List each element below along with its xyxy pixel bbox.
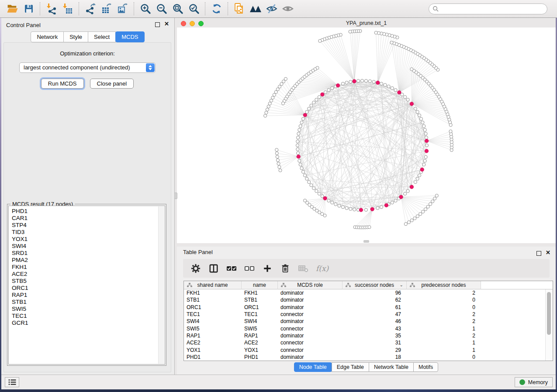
column-header-predecessor-nodes[interactable]: predecessor nodes: [407, 281, 481, 289]
mcds-result-item[interactable]: CAR1: [9, 215, 165, 222]
select-all-icon[interactable]: [226, 263, 237, 274]
table-panel: Table Panel ✕ f(x): [177, 247, 556, 375]
export-table-icon[interactable]: [98, 1, 114, 16]
zoom-in-icon[interactable]: [137, 1, 153, 16]
mcds-result-item[interactable]: ACE2: [9, 271, 165, 278]
table-row[interactable]: ORC1ORC1dominator610: [184, 304, 546, 311]
close-table-panel-icon[interactable]: ✕: [546, 249, 550, 256]
zoom-window-icon[interactable]: [198, 21, 204, 26]
table-row[interactable]: RAP1RAP1dominator352: [184, 332, 546, 339]
table-cell: SWI5: [184, 326, 242, 332]
zoom-selected-icon[interactable]: [186, 1, 202, 16]
table-cell: dominator: [278, 297, 343, 303]
tab-network-table[interactable]: Network Table: [369, 362, 414, 372]
show-graphics-details-icon[interactable]: [280, 1, 296, 16]
mcds-result-item[interactable]: SWI4: [9, 243, 165, 250]
tab-mcds[interactable]: MCDS: [115, 31, 144, 42]
tab-network[interactable]: Network: [31, 31, 64, 42]
close-panel-icon[interactable]: ✕: [164, 21, 169, 27]
node-table-body[interactable]: FKH1FKH1dominator962STB1STB1dominator620…: [184, 289, 546, 361]
table-scrollbar[interactable]: [545, 289, 553, 361]
close-panel-button[interactable]: Close panel: [90, 79, 134, 89]
hide-graphics-details-icon[interactable]: [263, 1, 280, 16]
mcds-result-item[interactable]: YOX1: [9, 236, 165, 243]
zoom-out-icon[interactable]: [153, 1, 170, 16]
column-header-successor-nodes[interactable]: successor nodes ⌄: [343, 281, 407, 289]
search-network-icon[interactable]: [247, 1, 263, 16]
open-file-icon[interactable]: [4, 1, 21, 16]
delete-column-icon[interactable]: [280, 263, 291, 274]
mcds-result-item[interactable]: STP4: [9, 222, 165, 229]
tab-select[interactable]: Select: [88, 31, 116, 42]
mcds-result-item[interactable]: GCR1: [9, 320, 165, 327]
main-toolbar: [0, 0, 557, 18]
mcds-result-item[interactable]: STB5: [9, 278, 165, 285]
import-network-icon[interactable]: [43, 1, 59, 16]
table-row[interactable]: SWI4SWI4dominator462: [184, 318, 546, 325]
toolbar-separator: [40, 2, 40, 15]
table-cell: ORC1: [184, 304, 242, 310]
mcds-result-item[interactable]: SWI5: [9, 306, 165, 313]
tab-motifs[interactable]: Motifs: [413, 362, 438, 372]
mcds-list-scrollbar[interactable]: [158, 206, 164, 364]
tab-style[interactable]: Style: [63, 31, 88, 42]
search-box[interactable]: [429, 3, 547, 14]
float-table-panel-icon[interactable]: [536, 251, 541, 256]
minimize-window-icon[interactable]: [190, 21, 195, 26]
table-cell: 62: [343, 297, 407, 303]
settings-icon[interactable]: [190, 263, 201, 274]
mcds-result-item[interactable]: ORC1: [9, 285, 165, 292]
table-cell: FKH1: [184, 290, 242, 296]
table-row[interactable]: YOX1YOX1connector291: [184, 346, 546, 353]
node-table-header: shared name name MCDS role successor nod…: [184, 281, 553, 289]
mcds-result-item[interactable]: RAP1: [9, 292, 165, 299]
table-scrollbar-thumb[interactable]: [547, 292, 551, 335]
mcds-result-item[interactable]: FKH1: [9, 264, 165, 271]
mcds-result-list[interactable]: PHD1CAR1STP4TID3YOX1SWI4SRD1PMA2FKH1ACE2…: [8, 206, 165, 364]
run-mcds-button[interactable]: Run MCDS: [41, 79, 84, 89]
task-history-button[interactable]: [5, 377, 19, 387]
import-table-icon[interactable]: [59, 1, 76, 16]
table-row[interactable]: PHD1PHD1dominator180: [184, 354, 546, 361]
table-cell: ACE2: [242, 340, 278, 346]
export-network-icon[interactable]: [82, 1, 98, 16]
table-row[interactable]: STB1STB1dominator620: [184, 296, 546, 303]
network-canvas-svg[interactable]: [177, 28, 556, 243]
zoom-fit-icon[interactable]: [170, 1, 186, 16]
mcds-result-item[interactable]: PMA2: [9, 257, 165, 264]
mcds-result-item[interactable]: SRD1: [9, 250, 165, 257]
table-row[interactable]: SWI5SWI5connector431: [184, 325, 546, 332]
export-image-icon[interactable]: [114, 1, 131, 16]
table-row[interactable]: ACE2ACE2connector311: [184, 339, 546, 346]
table-row[interactable]: FKH1FKH1dominator962: [184, 289, 546, 296]
mcds-result-item[interactable]: STB1: [9, 299, 165, 306]
table-cell: STB1: [242, 297, 278, 303]
network-canvas[interactable]: [177, 28, 556, 243]
float-panel-icon[interactable]: [155, 22, 160, 27]
mcds-result-item[interactable]: TEC1: [9, 313, 165, 320]
table-row[interactable]: TEC1TEC1connector472: [184, 311, 546, 318]
column-header-shared-name[interactable]: shared name: [184, 281, 242, 289]
optimization-criterion-label: Optimization criterion:: [4, 50, 171, 57]
save-session-icon[interactable]: [21, 1, 37, 16]
search-input[interactable]: [441, 5, 543, 12]
share-document-icon[interactable]: [231, 1, 247, 16]
table-cell: 2: [407, 318, 481, 324]
column-header-name[interactable]: name: [242, 281, 278, 289]
mcds-result-item[interactable]: TID3: [9, 229, 165, 236]
deselect-all-icon[interactable]: [244, 263, 255, 274]
column-header-mcds-role[interactable]: MCDS role: [278, 281, 343, 289]
memory-button[interactable]: Memory: [515, 377, 553, 387]
tab-node-table[interactable]: Node Table: [294, 362, 332, 372]
optimization-criterion-select[interactable]: largest connected component (undirected): [19, 62, 156, 73]
panel-splitter-grip[interactable]: [174, 193, 177, 199]
close-window-icon[interactable]: [181, 21, 186, 26]
add-column-icon[interactable]: [262, 263, 273, 274]
column-header-filler: [481, 281, 553, 289]
canvas-splitter-grip[interactable]: [363, 240, 369, 243]
table-cell: dominator: [278, 333, 343, 339]
tab-edge-table[interactable]: Edge Table: [332, 362, 369, 372]
show-columns-icon[interactable]: [208, 263, 219, 274]
mcds-result-item[interactable]: PHD1: [9, 208, 165, 215]
refresh-icon[interactable]: [208, 1, 225, 16]
